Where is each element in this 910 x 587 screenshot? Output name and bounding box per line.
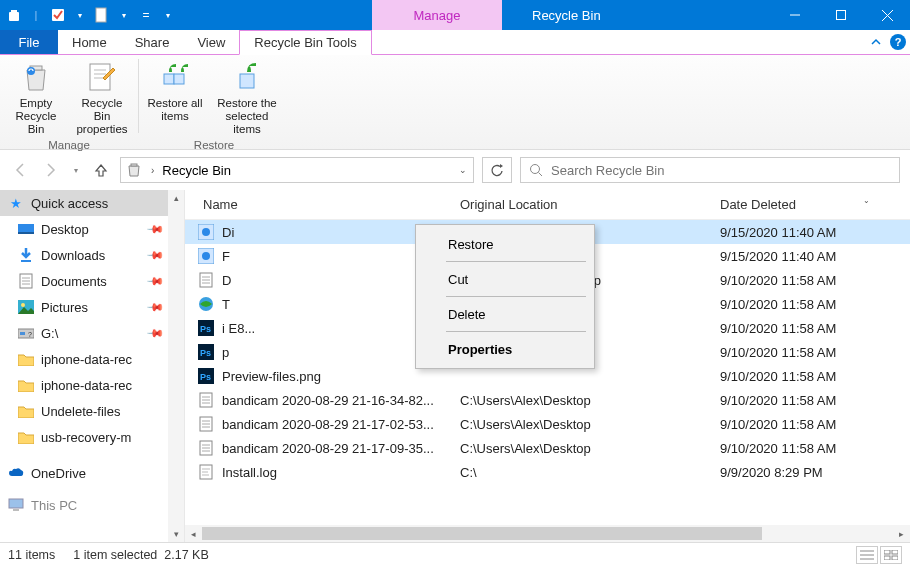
help-button[interactable]: ? (886, 30, 910, 54)
new-doc-qat-icon[interactable] (92, 5, 112, 25)
collapse-ribbon-button[interactable] (866, 30, 886, 54)
file-icon (197, 271, 215, 289)
svg-point-19 (531, 165, 540, 174)
onedrive-item[interactable]: OneDrive (0, 460, 184, 486)
sidebar-item[interactable]: usb-recovery-m (0, 424, 184, 450)
sidebar-scrollbar[interactable]: ▴ ▾ (168, 190, 184, 542)
restore-selected-button[interactable]: Restore the selected items (211, 57, 283, 137)
file-location: C:\ (460, 465, 720, 480)
search-input[interactable] (551, 163, 891, 178)
scroll-up-icon[interactable]: ▴ (168, 190, 184, 206)
minimize-button[interactable] (772, 0, 818, 30)
sidebar-item-label: Downloads (41, 248, 105, 263)
col-name[interactable]: Name (185, 197, 460, 212)
svg-rect-72 (892, 556, 898, 560)
scroll-down-icon[interactable]: ▾ (168, 526, 184, 542)
sidebar-item[interactable]: iphone-data-rec (0, 346, 184, 372)
ctx-properties[interactable]: Properties (418, 334, 592, 364)
breadcrumb-location[interactable]: Recycle Bin (162, 163, 231, 178)
forward-button[interactable] (40, 159, 62, 181)
sidebar-item[interactable]: Desktop📌 (0, 216, 184, 242)
restore-selected-label: Restore the selected items (211, 97, 283, 137)
ctx-delete[interactable]: Delete (418, 299, 592, 329)
file-icon (197, 223, 215, 241)
qat-dropdown-2[interactable]: ▾ (114, 5, 134, 25)
view-tab[interactable]: View (183, 30, 239, 54)
properties-icon (84, 59, 120, 95)
share-tab[interactable]: Share (121, 30, 184, 54)
file-row[interactable]: bandicam 2020-08-29 21-17-09-35...C:\Use… (185, 436, 910, 460)
hscroll-right-icon[interactable]: ▸ (893, 525, 910, 542)
ctx-cut[interactable]: Cut (418, 264, 592, 294)
sidebar-item[interactable]: ?G:\📌 (0, 320, 184, 346)
recycle-bin-tools-tab[interactable]: Recycle Bin Tools (239, 30, 371, 55)
qat-customize-dropdown[interactable]: ▾ (158, 5, 178, 25)
thumbnails-view-button[interactable] (880, 546, 902, 564)
file-date: 9/15/2020 11:40 AM (720, 249, 910, 264)
address-dropdown-icon[interactable]: ⌄ (457, 165, 469, 175)
recycle-bin-properties-button[interactable]: Recycle Bin properties (72, 57, 132, 137)
file-date: 9/10/2020 11:58 AM (720, 345, 910, 360)
home-tab[interactable]: Home (58, 30, 121, 54)
qat-customize-icon[interactable]: = (136, 5, 156, 25)
this-pc-item[interactable]: This PC (0, 492, 184, 518)
file-icon: Ps (197, 343, 215, 361)
search-box[interactable] (520, 157, 900, 183)
file-row[interactable]: Install.logC:\9/9/2020 8:29 PM (185, 460, 910, 484)
sidebar-item[interactable]: Documents📌 (0, 268, 184, 294)
file-date: 9/10/2020 11:58 AM (720, 417, 910, 432)
sidebar-item-label: iphone-data-rec (41, 378, 132, 393)
qat-dropdown-1[interactable]: ▾ (70, 5, 90, 25)
svg-text:Ps: Ps (200, 372, 211, 382)
restore-group-label: Restore (194, 137, 234, 154)
hscroll-thumb[interactable] (202, 527, 762, 540)
file-date: 9/10/2020 11:58 AM (720, 441, 910, 456)
col-date-deleted[interactable]: Date Deleted ⌄ (720, 197, 910, 212)
sidebar-item-icon (18, 377, 34, 393)
onedrive-label: OneDrive (31, 466, 86, 481)
svg-rect-18 (131, 164, 137, 166)
file-row[interactable]: bandicam 2020-08-29 21-16-34-82...C:\Use… (185, 388, 910, 412)
hscroll-left-icon[interactable]: ◂ (185, 525, 202, 542)
sidebar-item[interactable]: Pictures📌 (0, 294, 184, 320)
hscroll-track[interactable] (202, 525, 893, 542)
restore-all-icon (157, 59, 193, 95)
ribbon-group-restore: Restore all items Restore the selected i… (139, 55, 289, 149)
svg-rect-70 (892, 550, 898, 554)
file-row[interactable]: bandicam 2020-08-29 21-17-02-53...C:\Use… (185, 412, 910, 436)
recent-dropdown[interactable]: ▾ (70, 159, 82, 181)
sidebar-item[interactable]: Undelete-files (0, 398, 184, 424)
ribbon-tabstrip: File Home Share View Recycle Bin Tools ? (0, 30, 910, 55)
refresh-button[interactable] (482, 157, 512, 183)
maximize-button[interactable] (818, 0, 864, 30)
context-menu: Restore Cut Delete Properties (415, 224, 595, 369)
sidebar-item[interactable]: Downloads📌 (0, 242, 184, 268)
recycle-bin-path-icon (125, 161, 143, 179)
sidebar-item[interactable]: iphone-data-rec (0, 372, 184, 398)
address-bar[interactable]: › Recycle Bin ⌄ (120, 157, 474, 183)
back-button[interactable] (10, 159, 32, 181)
details-view-button[interactable] (856, 546, 878, 564)
breadcrumb-chevron-icon[interactable]: › (149, 165, 156, 176)
file-tab[interactable]: File (0, 30, 58, 54)
horizontal-scrollbar[interactable]: ◂ ▸ (185, 525, 910, 542)
up-button[interactable] (90, 159, 112, 181)
col-original-location[interactable]: Original Location (460, 197, 720, 212)
ribbon-group-manage: Empty Recycle Bin Recycle Bin properties… (0, 55, 138, 149)
close-button[interactable] (864, 0, 910, 30)
file-name: bandicam 2020-08-29 21-16-34-82... (222, 393, 434, 408)
restore-all-button[interactable]: Restore all items (145, 57, 205, 137)
quick-access-header[interactable]: ★ Quick access (0, 190, 184, 216)
navigation-row: ▾ › Recycle Bin ⌄ (0, 150, 910, 190)
file-name: F (222, 249, 230, 264)
recycle-bin-icon[interactable] (4, 5, 24, 25)
ctx-restore[interactable]: Restore (418, 229, 592, 259)
empty-recycle-bin-button[interactable]: Empty Recycle Bin (6, 57, 66, 137)
file-location: C:\Users\Alex\Desktop (460, 441, 720, 456)
sidebar-item-icon (18, 351, 34, 367)
sidebar-item-icon (18, 221, 34, 237)
manage-contextual-tab[interactable]: Manage (372, 0, 502, 30)
file-date: 9/10/2020 11:58 AM (720, 369, 910, 384)
svg-rect-71 (884, 556, 890, 560)
properties-qat-icon[interactable] (48, 5, 68, 25)
